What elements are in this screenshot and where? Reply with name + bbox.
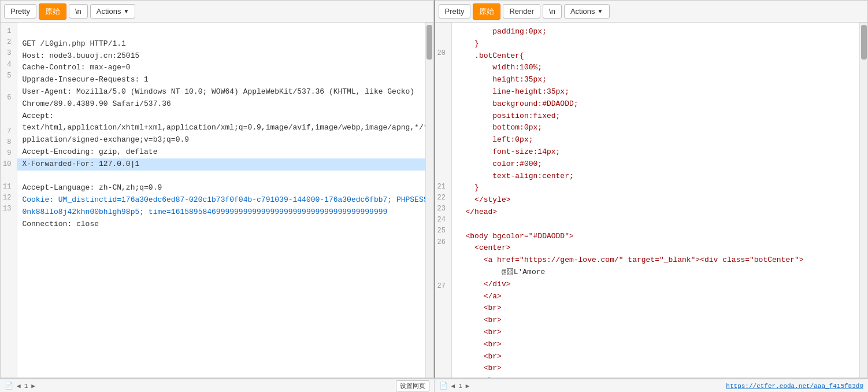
left-page-num: 1 [24,383,28,390]
left-actions-btn[interactable]: Actions ▼ [90,4,136,19]
left-nav-prev[interactable]: ◀ [17,382,21,390]
bottom-bars: 📄 ◀ 1 ▶ 设置网页 📄 ◀ 1 ▶ https://ctfer.eoda.… [0,378,868,392]
panels-container: Pretty 原始 \n Actions ▼ 1 2 3 4 5 6 7 8 [0,0,868,378]
left-line-numbers: 1 2 3 4 5 6 7 8 9 10 11 12 13 [1,23,17,378]
right-scrollbar[interactable] [859,23,867,378]
right-actions-arrow-icon: ▼ [598,8,603,14]
left-code-content[interactable]: GET /L0gin.php HTTP/1.1 Host: node3.buuo… [17,23,425,378]
connection-line: Connection: close [22,220,99,228]
request-line: GET /L0gin.php HTTP/1.1 Host: node3.buuo… [22,39,425,156]
highlighted-line: X-Forwarded-For: 127.0.0|1 [17,158,425,171]
left-panel: Pretty 原始 \n Actions ▼ 1 2 3 4 5 6 7 8 [0,0,434,378]
closing-div: </div> </a> [457,280,511,301]
right-code-content[interactable]: padding:0px; } .botCenter{ width:100%; h… [452,23,859,378]
response-url-link[interactable]: https://ctfer.eoda.net/aaa_f415f83d0 [726,383,863,390]
right-nav-next[interactable]: ▶ [466,382,470,390]
right-bottom-left: 📄 ◀ 1 ▶ [439,382,470,390]
right-toolbar: Pretty 原始 Render \n Actions ▼ [435,1,868,23]
left-scrollbar[interactable] [425,23,433,378]
right-nav-prev[interactable]: ◀ [451,382,455,390]
left-scrollbar-thumb[interactable] [426,25,432,60]
right-page-icon: 📄 [439,382,448,390]
left-actions-arrow-icon: ▼ [123,8,129,14]
right-line-numbers: 20 21 22 23 24 25 26 [435,23,452,378]
left-newline-btn[interactable]: \n [69,4,88,19]
right-page-num: 1 [458,383,462,390]
right-bottom-right: https://ctfer.eoda.net/aaa_f415f83d0 [726,383,863,390]
left-bottom-right: 设置网页 [396,380,429,391]
css-code: padding:0px; } .botCenter{ width:100%; h… [457,27,578,192]
right-actions-btn[interactable]: Actions ▼ [564,4,610,19]
right-bottom-bar: 📄 ◀ 1 ▶ https://ctfer.eoda.net/aaa_f415f… [435,379,869,392]
right-raw-btn[interactable]: 原始 [473,3,500,20]
right-render-btn[interactable]: Render [503,4,540,19]
left-toolbar: Pretty 原始 \n Actions ▼ [1,1,433,23]
cookie-line: Cookie: UM_distinctid=176a30edc6ed87-020… [22,195,425,216]
left-content-area: 1 2 3 4 5 6 7 8 9 10 11 12 13 GET /L0gin… [1,23,433,378]
left-bottom-bar: 📄 ◀ 1 ▶ 设置网页 [0,379,435,392]
br-tags: <br> <br> <br> <br> <br> <br> <br> <br> [457,304,502,378]
body-tag: <body bgcolor="#DDAODD"> <center> <a hre… [457,232,804,265]
left-pretty-btn[interactable]: Pretty [4,4,36,19]
right-pretty-btn[interactable]: Pretty [439,4,471,19]
left-nav-next[interactable]: ▶ [31,382,35,390]
left-raw-btn[interactable]: 原始 [39,3,66,20]
left-bottom-left: 📄 ◀ 1 ▶ [5,382,35,390]
left-page-icon: 📄 [5,382,13,390]
set-page-btn[interactable]: 设置网页 [396,380,429,391]
amore-text: @囧L'Amore [457,268,545,276]
right-panel: Pretty 原始 Render \n Actions ▼ 20 [434,0,869,378]
html-code: </style> </head> [457,195,511,216]
right-scrollbar-thumb[interactable] [861,25,867,60]
request-remaining: Accept-Language: zh-CN,zh;q=0.9 [22,183,162,192]
right-content-area: 20 21 22 23 24 25 26 [435,23,868,378]
right-newline-btn[interactable]: \n [543,4,562,19]
